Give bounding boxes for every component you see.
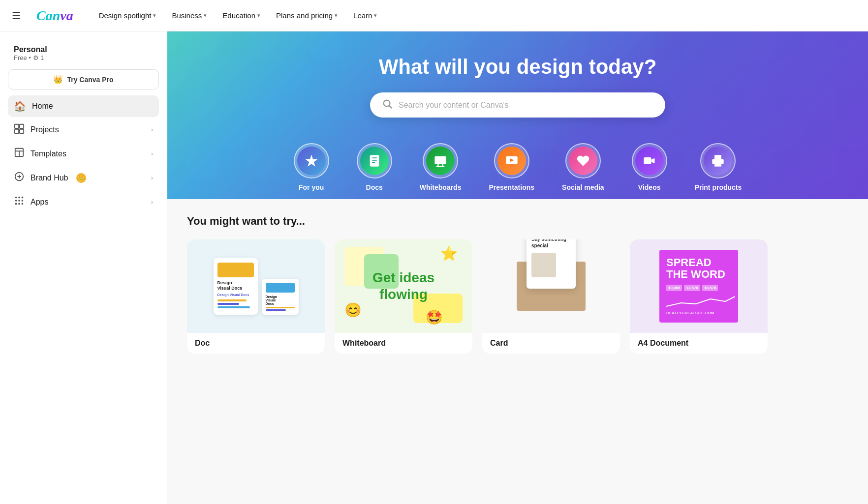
doc-card-label: Doc [187, 333, 325, 354]
chevron-right-icon: › [151, 126, 153, 133]
chevron-down-icon: ▾ [335, 12, 338, 19]
sidebar-item-projects[interactable]: Projects › [8, 118, 159, 141]
svg-point-8 [15, 197, 17, 199]
chevron-right-icon: › [151, 174, 153, 181]
main-content: What will you design today? [167, 31, 868, 504]
whiteboard-card-thumb: Get ideasflowing ⭐ 😊 🤩 [335, 239, 472, 333]
layout: Personal Free • ⚙ 1 👑 Try Canva Pro 🏠 Ho… [0, 31, 868, 504]
sidebar-item-templates[interactable]: Templates › [8, 142, 159, 165]
nav-business[interactable]: Business ▾ [166, 7, 213, 24]
card-card[interactable]: 🌤️ Say something special Card [482, 239, 620, 354]
svg-point-12 [18, 200, 20, 202]
sticker-dizzy-icon: 🤩 [426, 309, 443, 326]
sidebar-item-apps[interactable]: Apps › [8, 190, 159, 213]
search-input[interactable] [399, 101, 653, 110]
svg-point-16 [22, 203, 24, 205]
chevron-down-icon: ▾ [257, 12, 260, 19]
hamburger-menu[interactable]: ☰ [12, 10, 21, 22]
home-icon: 🏠 [14, 100, 26, 112]
nav-links: Design spotlight ▾ Business ▾ Education … [93, 7, 383, 24]
doc-card[interactable]: DesignVisual Docs Design Visual Docs Des… [187, 239, 325, 354]
card-card-thumb: 🌤️ Say something special [482, 239, 620, 333]
sticker-smile-icon: 😊 [344, 302, 362, 318]
svg-point-9 [18, 197, 20, 199]
chevron-right-icon: › [151, 198, 153, 206]
whiteboard-card-label: Whiteboard [335, 333, 472, 354]
nav-plans-pricing[interactable]: Plans and pricing ▾ [270, 7, 343, 24]
chevron-down-icon: ▾ [374, 12, 377, 19]
sidebar-item-home[interactable]: 🏠 Home [8, 95, 159, 117]
hero-title: What will you design today? [187, 55, 848, 79]
svg-point-11 [15, 200, 17, 202]
category-print-products[interactable]: Print products [681, 135, 756, 199]
svg-point-15 [18, 203, 20, 205]
svg-rect-2 [15, 129, 19, 133]
svg-point-10 [22, 197, 24, 199]
crown-icon: 👑 [53, 75, 63, 84]
whiteboard-card[interactable]: Get ideasflowing ⭐ 😊 🤩 Whiteboard [335, 239, 472, 354]
a4-card-thumb: SPREADTHE WORD 10,005 12,570 18,578 [630, 239, 768, 333]
a4-card[interactable]: SPREADTHE WORD 10,005 12,570 18,578 [630, 239, 768, 354]
svg-point-14 [15, 203, 17, 205]
brand-hub-icon [14, 171, 25, 184]
canva-logo[interactable]: Canva [36, 8, 73, 24]
category-for-you[interactable]: For you [280, 135, 343, 199]
nav-design-spotlight[interactable]: Design spotlight ▾ [93, 7, 162, 24]
category-presentations[interactable]: Presentations [475, 135, 548, 199]
account-sub: Free • ⚙ 1 [14, 54, 153, 61]
svg-rect-29 [644, 157, 651, 164]
apps-icon [14, 195, 25, 208]
sidebar: Personal Free • ⚙ 1 👑 Try Canva Pro 🏠 Ho… [0, 31, 167, 504]
brand-hub-badge: 👑 [76, 173, 86, 183]
nav-education[interactable]: Education ▾ [217, 7, 266, 24]
chevron-right-icon: › [151, 150, 153, 157]
category-docs[interactable]: Docs [343, 135, 406, 199]
doc-card-thumb: DesignVisual Docs Design Visual Docs Des… [187, 239, 325, 333]
topnav: ☰ Canva Design spotlight ▾ Business ▾ Ed… [0, 0, 868, 31]
chevron-down-icon: ▾ [204, 12, 207, 19]
category-videos[interactable]: Videos [618, 135, 681, 199]
card-front: 🌤️ Say something special [527, 239, 576, 289]
category-whiteboards[interactable]: Whiteboards [406, 135, 475, 199]
try-canva-pro-button[interactable]: 👑 Try Canva Pro [8, 69, 159, 89]
svg-rect-3 [20, 129, 24, 133]
nav-learn[interactable]: Learn ▾ [347, 7, 383, 24]
hero-section: What will you design today? [167, 31, 868, 199]
search-icon [382, 98, 393, 112]
sticker-star-icon: ⭐ [440, 245, 458, 262]
suggestions-title: You might want to try... [187, 215, 848, 228]
svg-rect-23 [434, 156, 446, 164]
svg-rect-30 [714, 162, 721, 166]
cards-grid: DesignVisual Docs Design Visual Docs Des… [187, 239, 848, 354]
sidebar-account: Personal Free • ⚙ 1 [8, 41, 159, 69]
svg-rect-1 [20, 124, 24, 128]
svg-rect-19 [370, 155, 379, 166]
chevron-down-icon: ▾ [153, 12, 156, 19]
card-card-label: Card [482, 333, 620, 354]
suggestions-section: You might want to try... DesignVisual Do… [167, 199, 868, 369]
svg-point-17 [384, 100, 390, 107]
projects-icon [14, 123, 25, 136]
a4-card-label: A4 Document [630, 333, 768, 354]
sidebar-item-brand-hub[interactable]: Brand Hub 👑 › [8, 166, 159, 189]
account-name: Personal [14, 45, 153, 54]
templates-icon [14, 147, 25, 160]
search-bar [370, 92, 665, 118]
svg-rect-0 [15, 124, 19, 128]
svg-point-13 [22, 200, 24, 202]
category-social-media[interactable]: Social media [548, 135, 618, 199]
svg-line-18 [389, 106, 392, 108]
category-row: For you Docs [187, 135, 848, 199]
